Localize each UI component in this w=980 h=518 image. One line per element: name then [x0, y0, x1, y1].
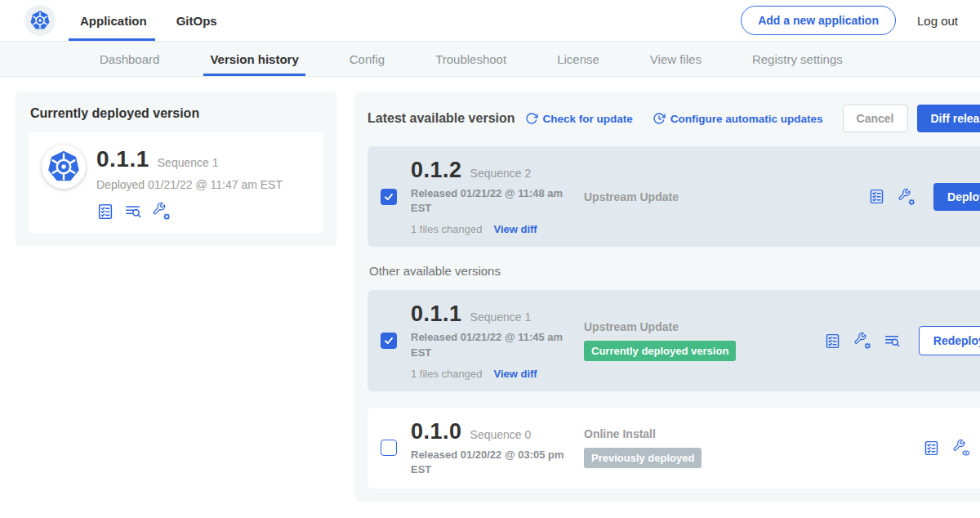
tab-version-history[interactable]: Version history [210, 42, 298, 76]
refresh-icon [525, 112, 538, 125]
preflight-checks-icon[interactable] [96, 203, 114, 221]
nav-tab-application[interactable]: Application [80, 0, 147, 41]
version-checkbox[interactable] [381, 333, 397, 349]
currently-deployed-panel: Currently deployed version 0.1.1 Sequenc… [16, 92, 336, 246]
version-row: 0.1.1 Sequence 1 Released 01/21/22 @ 11:… [368, 290, 980, 391]
sequence-label: Sequence 1 [470, 310, 532, 324]
version-source-label: Upstream Update [584, 320, 762, 333]
files-changed-label: 1 files changed [411, 368, 482, 380]
preflight-checks-icon[interactable] [824, 333, 841, 350]
tab-view-files[interactable]: View files [650, 42, 702, 76]
sequence-label: Sequence 0 [470, 428, 532, 441]
logout-button[interactable]: Log out [917, 14, 958, 28]
deployed-timestamp: Deployed 01/21/22 @ 11:47 am EST [96, 178, 283, 191]
diff-releases-button[interactable]: Diff releases [917, 105, 980, 132]
edit-config-icon[interactable] [152, 202, 171, 221]
preflight-checks-icon[interactable] [923, 440, 940, 457]
top-header: Application GitOps Add a new application… [0, 0, 980, 41]
nav-tab-gitops[interactable]: GitOps [176, 0, 217, 41]
add-application-button[interactable]: Add a new application [741, 6, 896, 35]
configure-updates-link[interactable]: Configure automatic updates [653, 112, 823, 125]
view-logs-icon[interactable] [124, 203, 142, 221]
check-for-update-link[interactable]: Check for update [525, 112, 633, 125]
version-number: 0.1.1 [411, 301, 462, 327]
version-source-label: Upstream Update [584, 190, 762, 203]
tab-registry-settings[interactable]: Registry settings [752, 42, 843, 76]
header-nav: Application GitOps [80, 0, 247, 41]
version-source-label: Online Install [584, 427, 762, 440]
deploy-button[interactable]: Deploy [933, 183, 980, 211]
latest-available-title: Latest available version [368, 111, 515, 126]
configure-updates-label: Configure automatic updates [670, 113, 823, 125]
released-timestamp: Released 01/21/22 @ 11:45 am EST [411, 330, 566, 359]
tab-dashboard[interactable]: Dashboard [100, 42, 159, 76]
kubernetes-logo [24, 5, 56, 36]
version-number: 0.1.2 [411, 158, 462, 183]
currently-deployed-title: Currently deployed version [30, 106, 323, 121]
tab-config[interactable]: Config [350, 42, 385, 76]
deployed-version-number: 0.1.1 [96, 146, 149, 172]
currently-deployed-badge: Currently deployed version [584, 341, 736, 361]
version-row: 0.1.2 Sequence 2 Released 01/21/22 @ 11:… [368, 146, 980, 247]
tab-license[interactable]: License [557, 42, 599, 76]
view-diff-link[interactable]: View diff [493, 368, 537, 380]
edit-config-icon[interactable] [898, 188, 915, 206]
check-for-update-label: Check for update [543, 113, 633, 125]
previously-deployed-badge: Previously deployed [584, 448, 702, 468]
view-config-icon[interactable] [952, 439, 970, 457]
redeploy-button[interactable]: Redeploy [919, 326, 980, 355]
edit-config-icon[interactable] [853, 332, 871, 350]
released-timestamp: Released 01/20/22 @ 03:05 pm EST [411, 448, 566, 477]
preflight-checks-icon[interactable] [868, 188, 885, 205]
available-versions-panel: Latest available version Check for updat… [354, 92, 980, 502]
app-subnav: Dashboard Version history Config Trouble… [0, 41, 980, 77]
released-timestamp: Released 01/21/22 @ 11:48 am EST [411, 186, 566, 216]
cancel-button[interactable]: Cancel [843, 105, 908, 132]
currently-deployed-card: 0.1.1 Sequence 1 Deployed 01/21/22 @ 11:… [29, 132, 323, 233]
sequence-label: Sequence 2 [470, 167, 532, 180]
version-checkbox[interactable] [381, 189, 397, 205]
deployed-sequence-label: Sequence 1 [158, 156, 219, 169]
files-changed-label: 1 files changed [411, 223, 482, 235]
version-row: 0.1.0 Sequence 0 Released 01/20/22 @ 03:… [368, 408, 980, 489]
tab-troubleshoot[interactable]: Troubleshoot [435, 42, 506, 76]
clock-refresh-icon [653, 112, 666, 125]
main-content: Currently deployed version 0.1.1 Sequenc… [0, 77, 980, 502]
version-checkbox[interactable] [381, 440, 397, 456]
view-diff-link[interactable]: View diff [493, 223, 537, 235]
app-logo [42, 145, 86, 189]
version-number: 0.1.0 [411, 419, 462, 444]
view-logs-icon[interactable] [884, 333, 901, 350]
other-versions-title: Other available versions [369, 264, 980, 278]
